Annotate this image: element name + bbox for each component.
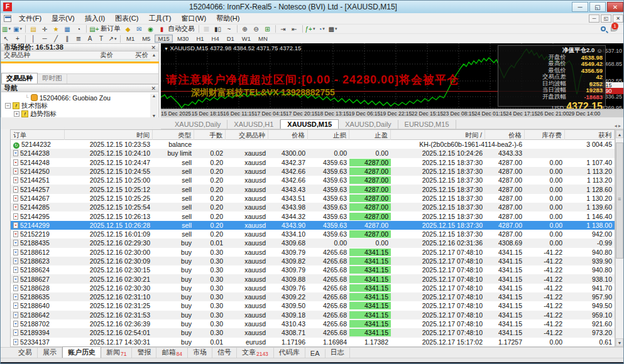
profiles-icon[interactable]: ▣▾ <box>13 24 23 33</box>
chart-tab-1[interactable]: XAUUSD,H1 <box>227 120 280 129</box>
terminal-tab-2[interactable]: 账户历史 <box>62 346 101 358</box>
timeframe-d1[interactable]: D1 <box>224 35 238 43</box>
cursor-tool-icon[interactable]: ↖ <box>1 35 11 43</box>
menu-item-5[interactable]: 窗口(W) <box>176 14 211 23</box>
history-col-9[interactable]: 价格 <box>485 130 525 140</box>
menu-item-1[interactable]: 显示(V) <box>47 14 80 23</box>
navigator-scrollbar[interactable]: ▲▼ <box>150 94 158 118</box>
new-order-button[interactable]: 新订单 <box>101 24 121 33</box>
tab-symbols[interactable]: 交易品种 <box>1 73 38 83</box>
terminal-tab-5[interactable]: 邮箱84 <box>156 347 187 358</box>
history-row-52144257[interactable]: 521442572025.12.15 10:25:12sell0.20xauus… <box>11 185 615 193</box>
tab-tick-chart[interactable]: 即时图 <box>38 73 67 83</box>
menu-item-0[interactable]: 文件(F) <box>14 14 47 23</box>
terminal-tab-1[interactable]: 展示 <box>38 347 62 358</box>
history-row-52188702[interactable]: 521887022025.12.16 02:36:39buy0.30xauusd… <box>11 319 615 328</box>
history-col-1[interactable]: 时间 <box>65 130 153 140</box>
history-row-52188642[interactable]: 521886422025.12.16 02:31:53buy0.30xauusd… <box>11 311 615 319</box>
terminal-toggle-icon[interactable]: ▦ <box>62 24 72 33</box>
periods-icon[interactable]: ◔▾ <box>317 24 327 33</box>
arrows-tool-icon[interactable]: ↗▾ <box>107 35 118 43</box>
history-col-10[interactable]: 库存费 <box>525 130 565 140</box>
globe-icon[interactable]: ◉ <box>146 24 156 33</box>
metaeditor-icon[interactable]: ◆ <box>123 24 133 33</box>
timeframe-m5[interactable]: M5 <box>139 35 153 43</box>
history-row-52188435[interactable]: 521884352025.12.16 02:29:30buy0.01xauusd… <box>11 238 615 247</box>
history-row-52188635[interactable]: 521886352025.12.16 02:31:10buy0.30xauusd… <box>11 292 615 301</box>
history-row-52144232[interactable]: ↻521442322025.12.15 10:23:53balanceKH-(2… <box>11 140 615 149</box>
history-row-52144250[interactable]: 521442502025.12.15 10:24:55sell0.20xauus… <box>11 167 615 176</box>
market-watch-toggle-icon[interactable]: ▤ <box>28 24 38 33</box>
timeframe-m30[interactable]: M30 <box>174 35 192 43</box>
trendline-tool-icon[interactable]: ╱ <box>51 35 61 43</box>
child-restore-button[interactable]: ◱ <box>601 14 611 23</box>
channel-tool-icon[interactable]: ∥ <box>62 35 72 43</box>
child-chart-icon[interactable] <box>4 15 11 22</box>
strategy-tester-icon[interactable]: ◔ <box>74 24 84 33</box>
time-axis[interactable]: 15 Dec 202515 Dec 18:1516 Dec 11:1517 De… <box>161 109 624 117</box>
history-col-7[interactable]: 止盈 <box>349 130 391 140</box>
fibonacci-tool-icon[interactable]: ≣ <box>74 35 84 43</box>
autotrading-icon[interactable]: ▮ <box>157 24 167 33</box>
line-chart-icon[interactable]: ~ <box>224 24 234 33</box>
zoom-in-icon[interactable]: ⊕ <box>240 24 250 33</box>
templates-icon[interactable]: ▩▾ <box>328 24 338 33</box>
history-col-5[interactable]: 价格 <box>268 130 308 140</box>
autotrading-button[interactable]: 自动交易 <box>168 24 195 33</box>
bar-chart-icon[interactable]: 𝄙 <box>202 24 212 33</box>
terminal-tab-0[interactable]: 交易 <box>13 347 38 358</box>
history-scrollbar[interactable]: ▲ ▼ <box>615 129 624 347</box>
terminal-tab-8[interactable]: 文章2143 <box>237 347 274 358</box>
history-col-2[interactable]: 类型 <box>153 130 194 140</box>
history-col-4[interactable]: 交易品种 <box>226 130 268 140</box>
terminal-tab-10[interactable]: EA <box>305 349 326 358</box>
terminal-tab-9[interactable]: 代码库 <box>274 347 305 358</box>
history-row-52188612[interactable]: 521886122025.12.16 02:30:00buy0.30xauusd… <box>11 248 615 257</box>
tile-windows-icon[interactable]: ⊞ <box>263 24 273 33</box>
menu-item-2[interactable]: 插入(I) <box>80 14 110 23</box>
chart-tab-4[interactable]: EURUSD,M15 <box>398 120 456 129</box>
message-icon[interactable]: ✉ <box>134 24 145 33</box>
history-col-6[interactable]: 止损 <box>308 130 349 140</box>
history-col-8[interactable]: 时间 / <box>391 130 485 140</box>
scrollbar-thumb[interactable] <box>616 142 623 259</box>
navigator-account-item[interactable]: └ 15204066: Guobiao Zou <box>1 94 158 102</box>
timeframe-m1[interactable]: M1 <box>123 35 138 43</box>
history-row-52152219[interactable]: 521522192025.12.15 16:01:09sell0.20xauus… <box>11 230 615 238</box>
notifications-icon[interactable]: 1 <box>611 25 620 33</box>
text-tool-icon[interactable]: A <box>85 35 95 43</box>
menu-item-6[interactable]: 帮助(H) <box>211 14 244 23</box>
navigator-toggle-icon[interactable]: ★ <box>51 24 61 33</box>
terminal-tab-3[interactable]: 新闻71 <box>101 347 132 358</box>
chart-tab-2[interactable]: XAUUSD,M15 <box>280 119 339 129</box>
history-row-52188623[interactable]: 521886232025.12.16 02:30:09buy0.30xauusd… <box>11 257 615 265</box>
chart-shift-icon[interactable]: ⇤ <box>290 24 300 33</box>
zoom-out-icon[interactable]: ⊖ <box>251 24 261 33</box>
chart-area[interactable]: ▼ XAUUSD,M15 4372.98 4384.52 4371.75 437… <box>161 43 624 109</box>
timeframe-m15[interactable]: M15 <box>155 35 172 43</box>
chart-tab-0[interactable]: XAUUSD,Daily <box>168 120 227 129</box>
new-chart-icon[interactable]: ▥▾ <box>1 24 11 33</box>
terminal-tab-6[interactable]: 市场 <box>188 347 212 358</box>
history-col-11[interactable]: 获利 <box>565 130 615 140</box>
scroll-down-icon[interactable]: ▼ <box>616 338 623 346</box>
history-row-52144251[interactable]: 521442512025.12.15 10:25:00sell0.20xauus… <box>11 176 615 185</box>
auto-scroll-icon[interactable]: ⇥ <box>278 24 288 33</box>
horizontal-line-tool-icon[interactable]: ─ <box>40 35 50 43</box>
menu-item-4[interactable]: 工具(T) <box>143 14 176 23</box>
timeframe-h4[interactable]: H4 <box>209 35 222 43</box>
chart-tab-3[interactable]: XAUUSD,Daily <box>339 120 398 129</box>
restore-button[interactable]: ◱ <box>589 2 606 12</box>
navigator-close-icon[interactable]: ✕ <box>151 85 156 92</box>
scroll-up-icon[interactable]: ▲ <box>616 130 623 138</box>
history-row-52334137[interactable]: 523341372025.12.17 14:30:31buy0.01eurusd… <box>11 338 615 346</box>
terminal-tab-11[interactable]: 日志 <box>326 347 350 358</box>
timeframe-mn[interactable]: MN <box>255 35 271 43</box>
history-row-52144248[interactable]: 521442482025.12.15 10:24:47sell0.20xauus… <box>11 158 615 167</box>
history-col-0[interactable]: 订单 <box>11 130 65 140</box>
history-row-52188628[interactable]: 521886282025.12.16 02:30:30buy0.30xauusd… <box>11 284 615 292</box>
chart-tab-scroll-arrows[interactable]: ◂ ▸ <box>615 123 624 129</box>
timeframe-h1[interactable]: H1 <box>193 35 207 43</box>
navigator-item-indicators[interactable]: −f 技术指标 <box>1 102 158 110</box>
history-row-52188627[interactable]: 521886272025.12.16 02:30:21buy0.30xauusd… <box>11 274 615 283</box>
